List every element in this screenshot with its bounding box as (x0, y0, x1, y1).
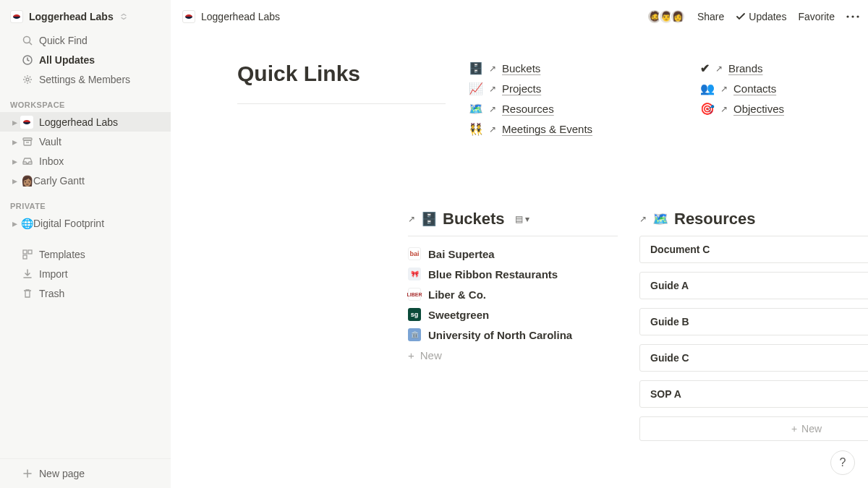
svg-line-1 (30, 42, 33, 45)
quicklink-brands[interactable]: ✔︎↗Brands (700, 61, 868, 75)
quicklink-buckets[interactable]: 🗄️↗Buckets (469, 61, 678, 75)
workspace-switcher[interactable]: Loggerhead Labs (0, 0, 171, 30)
bucket-item[interactable]: 🏛️University of North Carolina (408, 325, 618, 345)
sidebar-item-carly[interactable]: ▸ 👩🏽 Carly Gantt (0, 171, 171, 190)
avatar-icon: 👩🏽 (20, 174, 33, 187)
sidebar-import[interactable]: Import (0, 264, 171, 283)
resource-card[interactable]: Document C (639, 236, 868, 263)
updates-button[interactable]: Updates (736, 11, 786, 22)
updown-icon (119, 12, 128, 21)
svg-point-11 (851, 15, 854, 17)
quick-find[interactable]: Quick Find (0, 30, 171, 50)
resources-section: ↗ 🗺️ Resources Document C Guide A Guide … (639, 210, 868, 441)
brand-icon: sg (408, 308, 421, 321)
inbox-icon (20, 154, 35, 168)
arrow-icon: ↗ (489, 64, 496, 74)
plus-icon: + (408, 349, 414, 361)
divider (408, 236, 618, 236)
bucket-item[interactable]: LIBERLiber & Co. (408, 284, 618, 304)
templates-icon (20, 247, 35, 262)
arrow-icon: ↗ (720, 84, 728, 94)
arrow-icon: ↗ (489, 104, 496, 114)
brand-icon: LIBER (408, 288, 421, 301)
globe-icon: 🌐 (20, 217, 33, 230)
sidebar-item-digital-footprint[interactable]: ▸ 🌐 Digital Footprint (0, 213, 171, 233)
plus-icon (20, 466, 35, 481)
all-updates[interactable]: All Updates (0, 50, 171, 69)
quicklink-projects[interactable]: 📈↗Projects (469, 82, 678, 95)
archive-icon (20, 134, 35, 149)
quicklink-contacts[interactable]: 👥↗Contacts (700, 82, 868, 95)
help-button[interactable]: ? (830, 450, 855, 475)
chevron-right-icon[interactable]: ▸ (10, 157, 19, 166)
page-title: Quick Links (237, 61, 447, 86)
page-icon (182, 10, 195, 23)
resource-card[interactable]: Guide C (639, 344, 868, 372)
chevron-right-icon[interactable]: ▸ (10, 176, 19, 185)
quicklinks-col-1: 🗄️↗Buckets 📈↗Projects 🗺️↗Resources 👯↗Mee… (469, 61, 678, 136)
presence-avatars[interactable]: 🧔 👨 👩 (647, 9, 686, 25)
svg-point-10 (846, 15, 848, 17)
arrow-icon: ↗ (489, 84, 496, 94)
sidebar-item-loggerhead[interactable]: ▸ Loggerhead Labs (0, 112, 171, 132)
sidebar-trash[interactable]: Trash (0, 283, 171, 303)
contacts-icon: 👥 (700, 82, 715, 95)
svg-point-3 (26, 78, 29, 81)
arrow-icon: ↗ (489, 124, 496, 134)
target-icon: 🎯 (700, 102, 715, 116)
brand-icon: 🏛️ (408, 328, 421, 341)
more-button[interactable] (846, 12, 859, 22)
svg-rect-8 (28, 250, 32, 254)
section-title[interactable]: Resources (674, 210, 756, 228)
quicklinks-col-2: ✔︎↗Brands 👥↗Contacts 🎯↗Objectives (700, 61, 868, 136)
settings-members[interactable]: Settings & Members (0, 69, 171, 89)
quicklink-objectives[interactable]: 🎯↗Objectives (700, 102, 868, 116)
favorite-button[interactable]: Favorite (798, 11, 835, 22)
quicklink-meetings[interactable]: 👯↗Meetings & Events (469, 122, 678, 136)
chevron-right-icon[interactable]: ▸ (10, 219, 19, 228)
view-options[interactable]: ▤ ▾ (515, 214, 529, 224)
svg-rect-7 (23, 250, 27, 254)
search-icon (20, 33, 35, 48)
svg-rect-9 (23, 255, 27, 259)
sidebar-item-inbox[interactable]: ▸ Inbox (0, 151, 171, 171)
check-icon (736, 12, 746, 22)
new-page-button[interactable]: New page (0, 459, 171, 488)
bucket-item[interactable]: 🎀Blue Ribbon Restaurants (408, 264, 618, 284)
main: Loggerhead Labs 🧔 👨 👩 Share Updates Favo… (171, 0, 868, 488)
dots-icon (846, 12, 859, 22)
db-icon: 🗄️ (421, 211, 437, 227)
import-icon (20, 267, 35, 281)
divider (237, 103, 446, 104)
section-label-workspace: WORKSPACE (0, 89, 171, 112)
clock-icon (20, 53, 35, 67)
quicklink-resources[interactable]: 🗺️↗Resources (469, 102, 678, 116)
bucket-item[interactable]: sgSweetgreen (408, 304, 618, 325)
gear-icon (20, 72, 35, 87)
topbar: Loggerhead Labs 🧔 👨 👩 Share Updates Favo… (171, 0, 868, 33)
arrow-icon: ↗ (408, 214, 415, 224)
resource-card[interactable]: Guide A (639, 272, 868, 299)
buckets-section: ↗ 🗄️ Buckets ▤ ▾ baiBai Supertea 🎀Blue R… (408, 210, 618, 366)
section-title[interactable]: Buckets (443, 210, 505, 228)
svg-point-12 (856, 15, 859, 17)
trash-icon (20, 286, 35, 301)
breadcrumb[interactable]: Loggerhead Labs (182, 10, 280, 23)
resources-new[interactable]: +New (639, 416, 868, 441)
brand-icon: 🎀 (408, 267, 421, 281)
db-icon: 🗄️ (469, 61, 483, 75)
share-button[interactable]: Share (697, 11, 724, 22)
swoosh-icon: ✔︎ (700, 61, 710, 75)
resource-card[interactable]: SOP A (639, 380, 868, 408)
section-label-private: PRIVATE (0, 190, 171, 213)
arrow-icon: ↗ (639, 214, 647, 224)
plus-icon: + (791, 423, 797, 435)
bucket-item[interactable]: baiBai Supertea (408, 244, 618, 264)
chevron-right-icon[interactable]: ▸ (10, 118, 19, 127)
sidebar-templates[interactable]: Templates (0, 244, 171, 264)
bucket-new[interactable]: +New (408, 345, 618, 366)
workspace-name: Loggerhead Labs (29, 11, 114, 22)
chevron-right-icon[interactable]: ▸ (10, 137, 19, 146)
resource-card[interactable]: Guide B (639, 308, 868, 335)
sidebar-item-vault[interactable]: ▸ Vault (0, 132, 171, 151)
